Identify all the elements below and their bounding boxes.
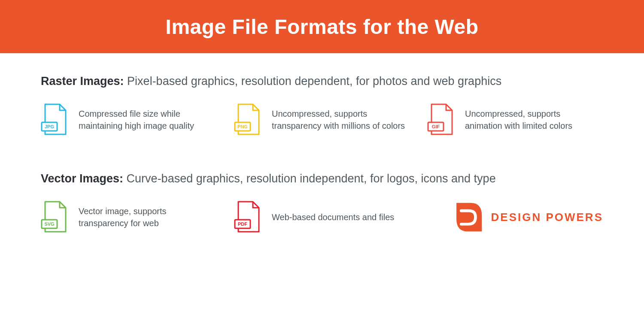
=: Raster Images: Pixel-based graphics, res…	[41, 75, 603, 88]
vector-row: SVG Vector image, supports transparency …	[41, 201, 603, 233]
gif-description: Uncompressed, supports animation with li…	[465, 108, 599, 132]
svg-code: SVG	[44, 221, 54, 227]
page-title: Image File Formats for the Web	[166, 15, 479, 39]
vector-desc: Curve-based graphics, resolution indepen…	[127, 172, 496, 185]
format-item-pdf: PDF Web-based documents and files	[234, 201, 406, 233]
brand-block: DESIGN POWERS	[452, 201, 603, 233]
raster-desc: Pixel-based graphics, resolution depende…	[127, 75, 501, 88]
vector-label: Vector Images:	[41, 172, 123, 185]
jpg-code: JPG	[45, 124, 54, 129]
png-file-icon: PNG	[234, 103, 261, 136]
pdf-code: PDF	[238, 221, 247, 227]
content-area: Raster Images: Pixel-based graphics, res…	[0, 53, 644, 233]
jpg-description: Compressed file size while maintaining h…	[79, 108, 213, 132]
png-description: Uncompressed, supports transparency with…	[272, 108, 406, 132]
vector-heading: Vector Images: Curve-based graphics, res…	[41, 172, 603, 185]
jpg-file-icon: JPG	[41, 103, 67, 136]
pdf-file-icon: PDF	[234, 201, 261, 233]
svg-file-icon: SVG	[41, 201, 67, 233]
raster-row: JPG Compressed file size while maintaini…	[41, 103, 603, 136]
format-item-svg: SVG Vector image, supports transparency …	[41, 201, 213, 233]
gif-file-icon: GIF	[427, 103, 454, 136]
brand-name: DESIGN POWERS	[491, 211, 603, 224]
format-item-gif: GIF Uncompressed, supports animation wit…	[427, 103, 599, 136]
brand-logo-icon	[452, 201, 483, 233]
gif-code: GIF	[432, 124, 440, 129]
format-item-png: PNG Uncompressed, supports transparency …	[234, 103, 406, 136]
raster-label: Raster Images:	[41, 75, 124, 88]
title-banner: Image File Formats for the Web	[0, 0, 644, 53]
pdf-description: Web-based documents and files	[272, 211, 394, 223]
format-item-jpg: JPG Compressed file size while maintaini…	[41, 103, 213, 136]
svg-description: Vector image, supports transparency for …	[79, 205, 213, 229]
png-code: PNG	[237, 124, 248, 129]
